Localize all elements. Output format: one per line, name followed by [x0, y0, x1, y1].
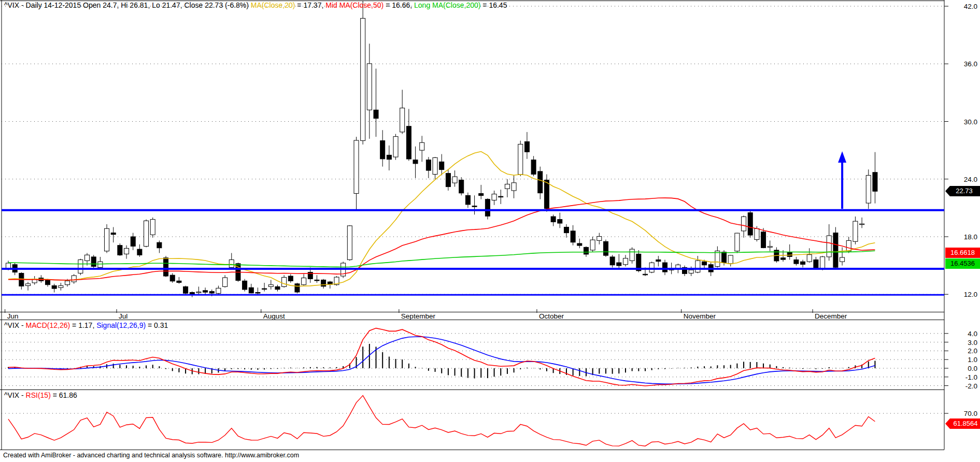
candle-body — [59, 286, 63, 288]
macd-histogram-bar — [750, 362, 751, 368]
candle-body — [223, 278, 228, 286]
candle-body — [426, 160, 431, 170]
macd-histogram-bar — [520, 368, 521, 369]
macd-histogram-bar — [514, 368, 515, 372]
macd-histogram-bar — [257, 368, 258, 370]
candle-body — [243, 281, 247, 290]
macd-histogram-bar — [277, 368, 278, 369]
macd-histogram-bar — [119, 365, 120, 368]
macd-histogram-bar — [389, 357, 390, 368]
candle-body — [216, 288, 221, 293]
macd-histogram-bar — [691, 368, 692, 368]
candle-body — [866, 176, 871, 204]
candle-body — [91, 257, 96, 267]
macd-histogram-bar — [684, 368, 685, 368]
macd-histogram-bar — [717, 365, 718, 368]
macd-histogram-bar — [310, 367, 311, 368]
price-title-main: ^VIX - Daily 14-12-2015 Open 24.7, Hi 26… — [4, 1, 251, 9]
macd-histogram-bar — [783, 367, 784, 368]
macd-histogram-bar — [697, 367, 698, 368]
axis-label: October — [539, 312, 564, 320]
macd-histogram-bar — [165, 368, 166, 369]
macd-histogram-bar — [625, 368, 626, 372]
axis-label: 24.0 — [964, 176, 977, 183]
macd-histogram-bar — [231, 368, 232, 369]
candle-body — [315, 280, 319, 281]
macd-histogram-bar — [651, 368, 652, 370]
candle-body — [748, 213, 752, 235]
macd-histogram-bar — [198, 368, 199, 374]
candle-body — [374, 110, 378, 118]
macd-histogram-bar — [408, 364, 409, 368]
macd-histogram-bar — [645, 368, 646, 371]
macd-histogram-bar — [802, 368, 803, 369]
macd-histogram-bar — [290, 368, 291, 368]
macd-histogram-bar — [178, 368, 179, 372]
chart-canvas[interactable]: 42.036.030.024.018.012.04.03.02.01.00.0-… — [0, 0, 980, 462]
candle-body — [735, 233, 740, 251]
candle-body — [413, 160, 418, 164]
candle-body — [702, 262, 707, 265]
candle-body — [144, 221, 149, 246]
candle-body — [452, 177, 457, 183]
candle-body — [157, 242, 162, 248]
candle-body — [380, 141, 385, 159]
candle-body — [564, 227, 569, 233]
candle-body — [52, 286, 56, 289]
macd-histogram-bar — [658, 368, 659, 369]
candle-body — [6, 263, 11, 268]
candle-body — [597, 236, 602, 240]
macd-histogram-bar — [677, 368, 678, 368]
axis-label: 1.0 — [968, 356, 977, 364]
candle-body — [209, 292, 214, 293]
macd-histogram-bar — [822, 368, 823, 369]
axis-label: 2.0 — [968, 347, 977, 355]
macd-histogram-bar — [421, 368, 422, 369]
axis-label: 36.0 — [964, 60, 977, 68]
macd-histogram-bar — [789, 368, 790, 368]
ma50-title-label: Mid MA(Close,50) — [325, 1, 384, 9]
macd-histogram-bar — [244, 368, 245, 369]
axis-label: 42.0 — [964, 3, 977, 10]
candle-body — [742, 216, 746, 230]
macd-histogram-bar — [172, 368, 173, 371]
axis-label: -1.0 — [965, 373, 977, 381]
macd-histogram-bar — [579, 368, 580, 376]
macd-histogram-bar — [323, 367, 324, 368]
candle-body — [531, 160, 536, 175]
candle-body — [853, 221, 858, 241]
macd-histogram-bar — [638, 368, 639, 371]
candle-body — [229, 260, 234, 268]
axis-label: 12.0 — [964, 291, 977, 298]
rsi-panel-title: ^VIX - RSI(15) = 61.86 — [4, 391, 77, 399]
macd-histogram-bar — [704, 366, 705, 368]
candle-body — [420, 142, 424, 150]
macd-histogram-bar — [480, 368, 481, 378]
macd-histogram-bar — [139, 367, 140, 368]
macd-histogram-bar — [730, 365, 731, 368]
candle-body — [361, 18, 365, 140]
amibroker-chart-window: 42.036.030.024.018.012.04.03.02.01.00.0-… — [0, 0, 980, 462]
macd-title-label: MACD(12,26) — [26, 321, 70, 329]
candle-body — [459, 180, 464, 193]
candle-body — [623, 258, 628, 265]
macd-histogram-bar — [283, 368, 285, 368]
macd-histogram-bar — [776, 366, 777, 368]
candle-body — [98, 262, 103, 267]
macd-histogram-bar — [455, 368, 456, 376]
macd-histogram-bar — [533, 368, 534, 369]
candle-body — [814, 260, 818, 269]
macd-histogram-bar — [461, 368, 462, 377]
candle-body — [794, 260, 799, 264]
candle-body — [485, 199, 490, 216]
candle-body — [840, 257, 845, 262]
macd-histogram-bar — [428, 368, 429, 371]
macd-histogram-bar — [474, 368, 475, 379]
ma200-value-badge: 16.4536 — [945, 258, 980, 269]
macd-histogram-bar — [336, 367, 337, 368]
macd-histogram-bar — [736, 364, 737, 368]
macd-histogram-bar — [441, 368, 442, 373]
candle-body — [72, 276, 76, 282]
macd-histogram-bar — [303, 367, 304, 368]
candle-body — [170, 275, 175, 281]
